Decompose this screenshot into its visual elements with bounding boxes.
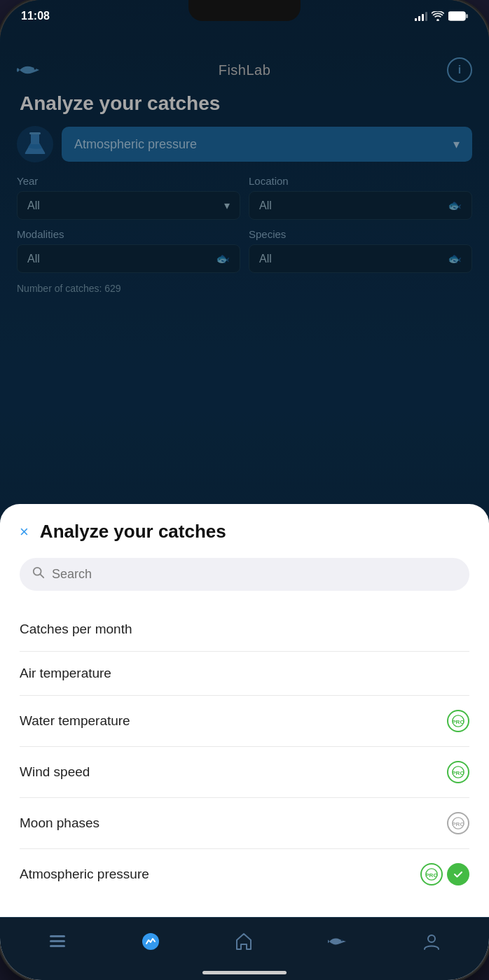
svg-text:PRO: PRO xyxy=(452,821,464,827)
nav-item-fish[interactable] xyxy=(328,934,347,953)
nav-profile-icon xyxy=(422,932,441,955)
list-item[interactable]: Moon phases PRO xyxy=(20,798,469,849)
signal-icon xyxy=(415,11,427,21)
svg-rect-15 xyxy=(50,940,65,942)
sheet-header: × Analyze your catches xyxy=(20,521,469,542)
check-badge-atm-pressure xyxy=(447,863,469,886)
item-icons: PRO xyxy=(447,812,469,834)
item-label-water-temp: Water temperature xyxy=(20,713,130,729)
list-item[interactable]: Water temperature PRO xyxy=(20,696,469,747)
item-label-air-temp: Air temperature xyxy=(20,666,111,681)
close-button[interactable]: × xyxy=(20,524,29,540)
nav-home-icon xyxy=(234,932,254,955)
pro-badge-atm-pressure: PRO xyxy=(420,863,443,886)
svg-text:PRO: PRO xyxy=(452,770,464,776)
search-bar xyxy=(20,558,469,591)
svg-rect-0 xyxy=(448,12,465,20)
battery-icon xyxy=(448,11,468,21)
status-icons xyxy=(415,11,468,21)
nav-list-icon xyxy=(48,932,67,955)
item-label-catches-per-month: Catches per month xyxy=(20,622,132,637)
wifi-icon xyxy=(432,11,444,21)
svg-rect-14 xyxy=(50,935,65,937)
nav-item-list[interactable] xyxy=(48,932,67,955)
svg-point-19 xyxy=(428,935,435,942)
item-label-atm-pressure: Atmospheric pressure xyxy=(20,867,149,882)
home-indicator xyxy=(202,971,287,974)
time-display: 11:08 xyxy=(21,10,50,22)
phone-screen: 11:08 xyxy=(0,0,489,980)
item-label-moon-phases: Moon phases xyxy=(20,816,99,831)
pro-badge-water-temp: PRO xyxy=(447,710,469,732)
svg-point-18 xyxy=(341,939,343,941)
nav-item-home[interactable] xyxy=(234,932,254,955)
svg-text:PRO: PRO xyxy=(425,872,438,878)
nav-analyze-icon xyxy=(142,932,160,955)
list-item[interactable]: Catches per month xyxy=(20,608,469,652)
search-icon xyxy=(32,566,45,582)
nav-fish-icon xyxy=(328,934,347,953)
item-label-wind-speed: Wind speed xyxy=(20,764,90,780)
analyze-options-list: Catches per month Air temperature Water … xyxy=(20,608,469,899)
notch xyxy=(188,0,301,21)
nav-item-analyze[interactable] xyxy=(142,932,160,955)
svg-text:PRO: PRO xyxy=(452,719,464,725)
svg-rect-1 xyxy=(466,14,468,18)
list-item[interactable]: Air temperature xyxy=(20,652,469,696)
search-input[interactable] xyxy=(52,567,457,582)
svg-rect-16 xyxy=(50,945,65,947)
item-icons: PRO xyxy=(447,710,469,732)
pro-badge-moon-phases: PRO xyxy=(447,812,469,834)
pro-badge-wind-speed: PRO xyxy=(447,761,469,783)
phone-frame: 11:08 xyxy=(0,0,489,980)
list-item[interactable]: Atmospheric pressure PRO xyxy=(20,849,469,899)
svg-point-5 xyxy=(34,568,41,575)
sheet-title: Analyze your catches xyxy=(40,521,226,542)
list-item[interactable]: Wind speed PRO xyxy=(20,747,469,798)
item-icons: PRO xyxy=(447,761,469,783)
item-icons-atm: PRO xyxy=(420,863,469,886)
nav-item-profile[interactable] xyxy=(422,932,441,955)
bottom-sheet: × Analyze your catches Catches per month xyxy=(0,504,489,980)
